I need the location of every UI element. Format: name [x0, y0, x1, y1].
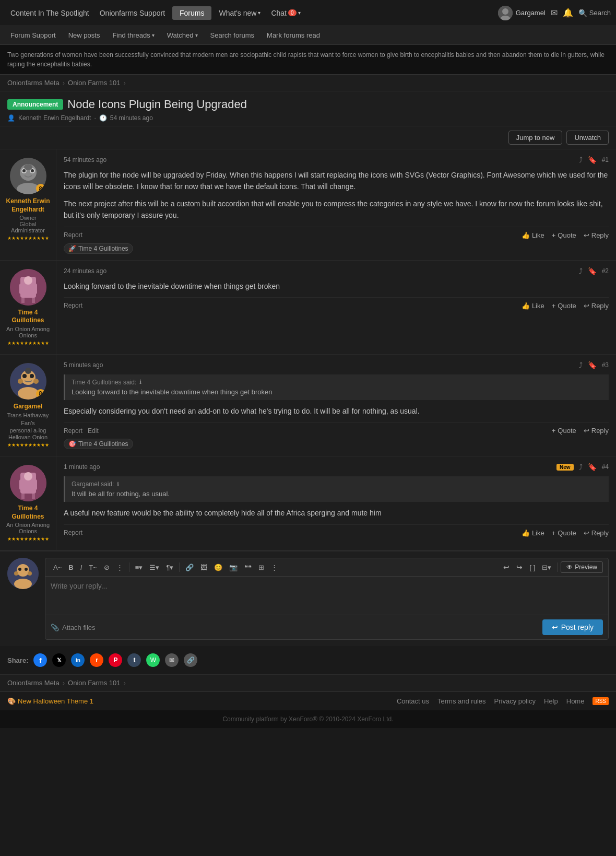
reply-textarea[interactable] — [45, 577, 608, 613]
tool-more2[interactable]: ⋮ — [268, 562, 280, 573]
reaction-item[interactable]: 🚀 Time 4 Guillotines — [64, 243, 133, 254]
footer-privacy[interactable]: Privacy policy — [494, 697, 536, 705]
post4-username[interactable]: Time 4Guillotines — [11, 505, 44, 521]
tool-align[interactable]: ☰▾ — [147, 562, 162, 573]
post4-quote-btn[interactable]: + Quote — [552, 529, 576, 537]
tool-redo[interactable]: ↪ — [514, 561, 525, 573]
thumb-icon: 👍 — [522, 231, 530, 239]
nav-content-spotlight[interactable]: Content In The Spotlight — [5, 9, 94, 17]
share-twitter[interactable]: 𝕏 — [52, 653, 66, 667]
footer-terms[interactable]: Terms and rules — [437, 697, 485, 705]
share-icon[interactable]: ⤴ — [579, 463, 583, 471]
tool-link[interactable]: 🔗 — [183, 562, 196, 573]
post3-report[interactable]: Report — [64, 427, 82, 435]
bookmark-icon[interactable]: 🔖 — [588, 361, 597, 369]
bottom-breadcrumb-onion101[interactable]: Onion Farms 101 — [68, 679, 120, 687]
share-link[interactable]: 🔗 — [184, 653, 197, 667]
nav-whats-new[interactable]: What's new ▾ — [214, 9, 266, 17]
bell-icon[interactable]: 🔔 — [563, 8, 573, 18]
tool-more1[interactable]: ⋮ — [114, 562, 126, 573]
post1-username[interactable]: Kenneth ErwinEngelhardt — [6, 197, 50, 214]
post2-stars: ★★★★★★★★★★ — [7, 341, 49, 346]
info-icon: ℹ — [117, 481, 119, 488]
bookmark-icon[interactable]: 🔖 — [588, 156, 597, 164]
tool-emoji[interactable]: 😊 — [211, 562, 225, 573]
share-email[interactable]: ✉ — [165, 653, 179, 667]
avatar — [10, 465, 46, 501]
preview-button[interactable]: 👁 Preview — [561, 561, 603, 573]
breadcrumb-onion101[interactable]: Onion Farms 101 — [68, 79, 120, 87]
share-pinterest[interactable]: P — [109, 653, 122, 667]
rss-icon[interactable]: RSS — [593, 697, 609, 705]
post2-report[interactable]: Report — [64, 302, 82, 309]
nav-forums[interactable]: Forums — [172, 6, 211, 20]
search-nav[interactable]: 🔍 Search — [578, 9, 611, 17]
post3-quote-btn[interactable]: + Quote — [552, 427, 576, 435]
post2-like-btn[interactable]: 👍 Like — [522, 302, 544, 310]
post1-like-btn[interactable]: 👍 Like — [522, 231, 544, 239]
tool-font[interactable]: A~ — [51, 562, 64, 573]
post1-reply-btn[interactable]: ↩ Reply — [584, 231, 609, 239]
post4-report[interactable]: Report — [64, 529, 82, 536]
breadcrumb-meta[interactable]: Onionfarms Meta — [7, 79, 60, 87]
footer-help[interactable]: Help — [544, 697, 558, 705]
tool-format-more[interactable]: ⊟▾ — [539, 562, 554, 573]
post4-reply-btn[interactable]: ↩ Reply — [584, 529, 609, 537]
footer-home[interactable]: Home — [566, 697, 585, 705]
post2-username[interactable]: Time 4Guillotines — [11, 309, 44, 325]
subnav-find-threads[interactable]: Find threads ▾ — [107, 29, 159, 41]
tool-media[interactable]: 📷 — [227, 562, 240, 573]
attach-button[interactable]: 📎 Attach files — [51, 624, 96, 631]
share-whatsapp[interactable]: W — [146, 653, 160, 667]
svg-point-35 — [14, 579, 32, 589]
tool-code[interactable]: [ ] — [527, 562, 538, 573]
user-avatar-area[interactable]: Gargamel — [498, 6, 546, 20]
nav-onionfarms-support[interactable]: Onionfarms Support — [94, 9, 170, 17]
share-icon[interactable]: ⤴ — [579, 267, 583, 275]
tool-table[interactable]: ⊞ — [256, 562, 267, 573]
share-icon[interactable]: ⤴ — [579, 156, 583, 164]
bookmark-icon[interactable]: 🔖 — [588, 267, 597, 275]
tool-undo[interactable]: ↩ — [501, 561, 512, 573]
post2-reply-btn[interactable]: ↩ Reply — [584, 302, 609, 310]
post3-reply-btn[interactable]: ↩ Reply — [584, 427, 609, 435]
subnav-forum-support[interactable]: Forum Support — [5, 29, 61, 41]
bottom-breadcrumb-meta[interactable]: Onionfarms Meta — [7, 679, 60, 687]
share-facebook[interactable]: f — [33, 653, 47, 667]
share-tumblr[interactable]: t — [127, 653, 141, 667]
post3-edit[interactable]: Edit — [88, 427, 99, 435]
tool-italic[interactable]: I — [78, 562, 85, 573]
tool-quote-marks[interactable]: ❝❝ — [242, 562, 254, 573]
post-reply-button[interactable]: ↩ Post reply — [542, 619, 603, 635]
tool-bold[interactable]: B — [66, 562, 76, 573]
unwatch-button[interactable]: Unwatch — [566, 131, 609, 145]
thread-author[interactable]: Kenneth Erwin Engelhardt — [18, 114, 91, 122]
post1-report[interactable]: Report — [64, 231, 82, 239]
announcement-badge: Announcement — [7, 99, 63, 110]
nav-chat[interactable]: Chat 0 ▾ — [266, 9, 305, 17]
post4-like-btn[interactable]: 👍 Like — [522, 529, 544, 537]
share-linkedin[interactable]: in — [71, 653, 85, 667]
post3-username[interactable]: Gargamel — [14, 403, 42, 411]
tool-image[interactable]: 🖼 — [198, 562, 210, 573]
subnav-watched[interactable]: Watched ▾ — [162, 29, 203, 41]
tool-list[interactable]: ≡▾ — [133, 562, 146, 573]
theme-link[interactable]: 🎨 New Halloween Theme 1 — [7, 697, 93, 705]
subnav-new-posts[interactable]: New posts — [63, 29, 105, 41]
tool-paragraph[interactable]: ¶▾ — [163, 562, 176, 573]
jump-to-new-button[interactable]: Jump to new — [508, 131, 563, 145]
mail-icon[interactable]: ✉ — [551, 8, 558, 18]
share-reddit[interactable]: r — [90, 653, 103, 667]
post2-quote-btn[interactable]: + Quote — [552, 302, 576, 310]
post1-quote-btn[interactable]: + Quote — [552, 231, 576, 239]
share-icon[interactable]: ⤴ — [579, 361, 583, 369]
subnav-mark-forums-read[interactable]: Mark forums read — [262, 29, 325, 41]
tool-text-format[interactable]: T~ — [86, 562, 100, 573]
reaction-item[interactable]: 🎯 Time 4 Guillotines — [64, 439, 133, 449]
subnav-search-forums[interactable]: Search forums — [205, 29, 260, 41]
tool-strike[interactable]: ⊘ — [101, 562, 112, 573]
bookmark-icon[interactable]: 🔖 — [588, 463, 597, 471]
footer-contact[interactable]: Contact us — [397, 697, 429, 705]
post4-role: An Onion AmongOnions — [6, 522, 50, 534]
post1-actions: 👍 Like + Quote ↩ Reply — [522, 231, 609, 239]
